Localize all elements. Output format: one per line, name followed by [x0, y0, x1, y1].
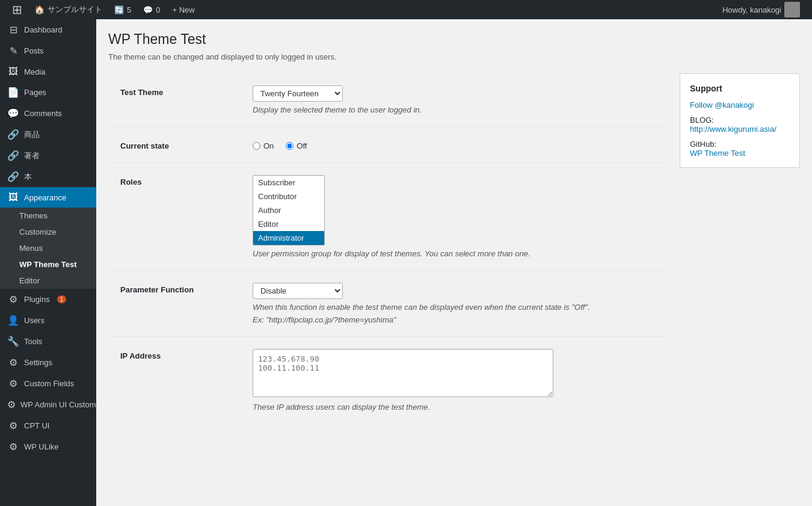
roles-control: Subscriber Contributor Author Editor Adm…: [253, 175, 656, 258]
sidebar-item-users[interactable]: 👤 Users: [0, 310, 96, 331]
howdy-user[interactable]: Howdy, kanakogi: [716, 0, 806, 19]
media-icon: 🖼: [7, 66, 19, 77]
support-github-link[interactable]: WP Theme Test: [690, 149, 745, 158]
test-theme-select[interactable]: Twenty Fourteen Twenty Fifteen Twenty Si…: [253, 85, 343, 102]
sidebar-item-authors[interactable]: 🔗 著者: [0, 145, 96, 166]
parameter-function-row: Parameter Function Disable Enable When t…: [108, 271, 668, 337]
books-icon: 🔗: [7, 171, 19, 182]
radio-off-label[interactable]: Off: [286, 141, 307, 150]
custom-fields-icon: ⚙: [7, 378, 19, 389]
parameter-function-select[interactable]: Disable Enable: [253, 283, 343, 299]
sidebar-item-posts[interactable]: ✎ Posts: [0, 40, 96, 61]
radio-off[interactable]: [286, 142, 294, 150]
roles-row: Roles Subscriber Contributor Author Edit…: [108, 163, 668, 271]
plugins-icon: ⚙: [7, 294, 19, 305]
products-icon: 🔗: [7, 129, 19, 140]
current-state-control: On Off: [253, 139, 656, 150]
sidebar-item-cpt-ui[interactable]: ⚙ CPT UI: [0, 415, 96, 436]
sidebar-item-settings[interactable]: ⚙ Settings: [0, 352, 96, 373]
page-subtitle: The theme can be changed and displayed t…: [108, 52, 800, 61]
settings-icon: ⚙: [7, 357, 19, 368]
sidebar-item-custom-fields[interactable]: ⚙ Custom Fields: [0, 373, 96, 394]
posts-icon: ✎: [7, 45, 19, 57]
radio-on[interactable]: [253, 142, 260, 150]
ip-address-help: These IP address users can display the t…: [253, 403, 656, 412]
ip-address-control: These IP address users can display the t…: [253, 349, 656, 412]
sidebar-sub-editor[interactable]: Editor: [0, 273, 96, 289]
pages-icon: 📄: [7, 87, 19, 98]
updates[interactable]: 🔄 5: [108, 0, 137, 19]
ip-address-input[interactable]: [253, 349, 553, 397]
sidebar-sub-menus[interactable]: Menus: [0, 240, 96, 256]
sidebar-item-wp-admin-ui[interactable]: ⚙ WP Admin UI Customize: [0, 394, 96, 415]
comments-icon: 💬: [7, 108, 19, 119]
sidebar-item-appearance[interactable]: 🖼 Appearance: [0, 187, 96, 208]
user-avatar: [784, 2, 800, 17]
sidebar-item-wp-ulike[interactable]: ⚙ WP ULike: [0, 436, 96, 457]
sidebar-sub-customize[interactable]: Customize: [0, 224, 96, 240]
sidebar-item-pages[interactable]: 📄 Pages: [0, 82, 96, 103]
sidebar-item-plugins[interactable]: ⚙ Plugins 1: [0, 289, 96, 310]
roles-label: Roles: [120, 175, 241, 187]
wp-ulike-icon: ⚙: [7, 441, 19, 452]
appearance-submenu: Themes Customize Menus WP Theme Test Edi…: [0, 208, 96, 289]
radio-on-label[interactable]: On: [253, 141, 274, 150]
support-blog-link[interactable]: http://www.kigurumi.asia/: [690, 125, 777, 134]
support-title: Support: [690, 84, 790, 93]
current-state-row: Current state On Off: [108, 127, 668, 163]
test-theme-row: Test Theme Twenty Fourteen Twenty Fiftee…: [108, 73, 668, 127]
sidebar-item-tools[interactable]: 🔧 Tools: [0, 331, 96, 352]
admin-bar: ⊞ 🏠 サンプルサイト 🔄 5 💬 0 + New Howdy, kanakog…: [0, 0, 812, 19]
current-state-label: Current state: [120, 139, 241, 150]
plugins-badge: 1: [57, 295, 67, 303]
roles-listbox[interactable]: Subscriber Contributor Author Editor Adm…: [253, 175, 325, 245]
parameter-function-label: Parameter Function: [120, 283, 241, 294]
page-title: WP Theme Test: [108, 31, 800, 48]
sidebar-item-media[interactable]: 🖼 Media: [0, 61, 96, 82]
test-theme-label: Test Theme: [120, 85, 241, 97]
ip-address-label: IP Address: [120, 349, 241, 360]
support-panel: Support Follow @kanakogi BLOG: http://ww…: [680, 73, 800, 168]
content-area: WP Theme Test The theme can be changed a…: [96, 19, 812, 506]
sidebar-item-comments[interactable]: 💬 Comments: [0, 103, 96, 124]
appearance-icon: 🖼: [7, 192, 19, 203]
sidebar-item-products[interactable]: 🔗 商品: [0, 124, 96, 145]
parameter-function-help1: When this function is enable the test th…: [253, 303, 656, 312]
new-content[interactable]: + New: [166, 0, 200, 19]
parameter-function-help2: Ex: "http://flipclap.co.jp/?theme=yushim…: [253, 315, 656, 324]
wp-logo[interactable]: ⊞: [6, 0, 28, 19]
support-github-label: GitHub:: [690, 140, 790, 149]
sidebar-sub-wp-theme-test[interactable]: WP Theme Test: [0, 256, 96, 273]
authors-icon: 🔗: [7, 150, 19, 161]
radio-group: On Off: [253, 139, 656, 150]
test-theme-control: Twenty Fourteen Twenty Fifteen Twenty Si…: [253, 85, 656, 114]
roles-help: User permission group for display of tes…: [253, 249, 656, 258]
wp-admin-ui-icon: ⚙: [7, 399, 16, 410]
tools-icon: 🔧: [7, 336, 19, 347]
parameter-function-control: Disable Enable When this function is ena…: [253, 283, 656, 324]
sidebar-sub-themes[interactable]: Themes: [0, 208, 96, 224]
sidebar-item-dashboard[interactable]: ⊟ Dashboard: [0, 19, 96, 40]
users-icon: 👤: [7, 315, 19, 326]
cpt-ui-icon: ⚙: [7, 420, 19, 431]
sidebar-item-books[interactable]: 🔗 本: [0, 166, 96, 187]
support-follow-link[interactable]: Follow @kanakogi: [690, 100, 754, 110]
test-theme-help: Display the selected theme to the user l…: [253, 105, 656, 114]
site-name[interactable]: 🏠 サンプルサイト: [28, 0, 108, 19]
support-blog-label: BLOG:: [690, 116, 790, 125]
dashboard-icon: ⊟: [7, 24, 19, 35]
sidebar: ⊟ Dashboard ✎ Posts 🖼 Media 📄 Pages 💬 Co…: [0, 19, 96, 506]
comments-link[interactable]: 💬 0: [137, 0, 166, 19]
ip-address-row: IP Address These IP address users can di…: [108, 337, 668, 424]
